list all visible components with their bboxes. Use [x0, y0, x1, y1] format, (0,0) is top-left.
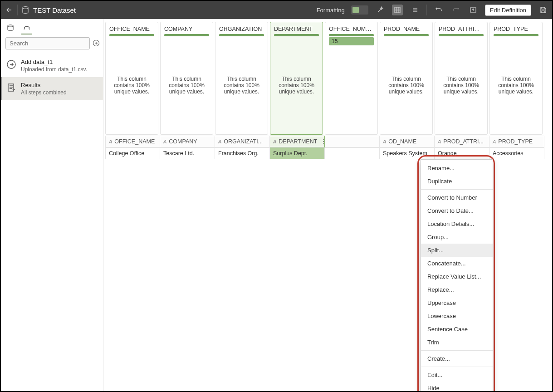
page-title: TEST Dataset [33, 6, 76, 14]
column-name: COMPANY [161, 22, 213, 34]
formatting-toggle[interactable] [351, 5, 368, 15]
column-summary: This column contains 100% unique values. [380, 36, 432, 134]
data-tab-icon[interactable] [6, 24, 15, 32]
svg-rect-1 [395, 7, 400, 13]
table-cell[interactable]: Orange [435, 147, 489, 159]
menu-separator [421, 367, 493, 367]
header-label: PROD_ATTRI... [443, 138, 484, 145]
context-menu-item[interactable]: Location Details... [421, 217, 493, 230]
column-context-menu: Rename...DuplicateConvert to NumberConve… [421, 159, 493, 391]
column-name: PROD_ATTRIBU... [435, 22, 487, 34]
table-cell[interactable]: Accessories [489, 147, 544, 159]
column-card[interactable]: DEPARTMENTThis column contains 100% uniq… [270, 22, 323, 135]
table-cell[interactable]: Franchises Org. [215, 147, 270, 159]
type-indicator-icon: A [493, 139, 496, 144]
step-add-data[interactable]: Add data_t1 Uploaded from data_t1.csv. [1, 54, 103, 77]
context-menu-item[interactable]: Hide [421, 382, 493, 391]
type-indicator-icon: A [438, 139, 441, 144]
type-indicator-icon: A [383, 139, 386, 144]
menu-separator [421, 189, 493, 190]
context-menu-item[interactable]: Replace Value List... [421, 270, 493, 283]
type-indicator-icon: A [163, 139, 166, 144]
table-header-cell[interactable]: AOFFICE_NAME [105, 136, 160, 147]
column-name: DEPARTMENT [270, 22, 323, 34]
save-icon[interactable] [538, 5, 548, 15]
undo-icon[interactable] [433, 5, 444, 15]
svg-point-3 [8, 25, 13, 27]
context-menu-item[interactable]: Replace... [421, 283, 493, 296]
prepare-tab-icon[interactable] [23, 24, 31, 32]
column-card[interactable]: PROD_NAMEThis column contains 100% uniqu… [380, 22, 433, 135]
grid-view-icon[interactable] [392, 5, 403, 15]
table-header-cell[interactable]: ADEPARTMENT⋮ [270, 136, 325, 147]
column-menu-button[interactable]: ⋮ [319, 138, 325, 145]
column-name: PROD_TYPE [490, 22, 542, 34]
context-menu-item[interactable]: Trim [421, 336, 493, 349]
table-header-cell[interactable] [325, 136, 380, 147]
table-header-cell[interactable]: APROD_ATTRI... [435, 136, 489, 147]
context-menu-item[interactable]: Concatenate... [421, 257, 493, 270]
edit-definition-button[interactable]: Edit Definition [485, 5, 531, 16]
context-menu-item[interactable]: Group... [421, 230, 493, 244]
table-header-cell[interactable]: AOD_NAME [380, 136, 435, 147]
context-menu-item[interactable]: Uppercase [421, 296, 493, 309]
type-indicator-icon: A [109, 139, 112, 144]
redo-icon[interactable] [450, 5, 461, 15]
magic-wand-icon[interactable] [375, 5, 386, 15]
column-card[interactable]: OFFICE_NUMBER15 [325, 22, 378, 135]
export-icon[interactable] [468, 5, 479, 15]
table-cell[interactable] [325, 147, 380, 159]
context-menu-item[interactable]: Sentence Case [421, 323, 493, 336]
menu-separator [421, 350, 493, 351]
context-menu-item[interactable]: Duplicate [421, 175, 493, 188]
header-label: OD_NAME [388, 138, 416, 145]
list-view-icon[interactable] [409, 5, 420, 15]
column-card[interactable]: PROD_TYPEThis column contains 100% uniqu… [489, 22, 543, 135]
context-menu-item[interactable]: Create... [421, 352, 493, 365]
svg-rect-6 [8, 84, 14, 91]
context-menu-item[interactable]: Convert to Number [421, 191, 493, 204]
context-menu-item[interactable]: Edit... [421, 368, 493, 382]
add-step-icon[interactable] [93, 39, 100, 48]
search-input[interactable] [5, 37, 90, 49]
column-card[interactable]: OFFICE_NAMEThis column contains 100% uni… [105, 22, 158, 135]
header-label: ORGANIZATI... [224, 138, 263, 145]
back-button[interactable] [5, 5, 14, 15]
column-summary: This column contains 100% unique values. [490, 36, 542, 134]
column-name: OFFICE_NUMBER [325, 22, 377, 34]
context-menu-item[interactable]: Split... [421, 244, 493, 257]
step-results[interactable]: Results All steps combined [1, 77, 103, 100]
column-card[interactable]: PROD_ATTRIBU...This column contains 100%… [435, 22, 488, 135]
step-subtitle: Uploaded from data_t1.csv. [21, 66, 87, 73]
column-name: ORGANIZATION [215, 22, 268, 34]
header-label: PROD_TYPE [498, 138, 533, 145]
context-menu-item[interactable]: Rename... [421, 162, 493, 175]
type-indicator-icon: A [273, 139, 276, 144]
context-menu-item[interactable]: Convert to Date... [421, 204, 493, 217]
header-label: COMPANY [169, 138, 197, 145]
table-header-cell[interactable]: ACOMPANY [160, 136, 215, 147]
results-icon [6, 83, 16, 93]
columns-panel: OFFICE_NAMEThis column contains 100% uni… [103, 19, 552, 391]
column-summary: This column contains 100% unique values. [270, 36, 323, 134]
column-card[interactable]: ORGANIZATIONThis column contains 100% un… [215, 22, 268, 135]
table-cell[interactable]: Tescare Ltd. [160, 147, 215, 159]
table-cell[interactable]: College Office [105, 147, 160, 159]
context-menu-item[interactable]: Lowercase [421, 309, 493, 323]
type-indicator-icon: A [218, 139, 221, 144]
column-card[interactable]: COMPANYThis column contains 100% unique … [160, 22, 213, 135]
table-cell[interactable]: Speakers System [380, 147, 435, 159]
svg-point-0 [23, 7, 28, 9]
sidebar: Add data_t1 Uploaded from data_t1.csv. R… [1, 19, 103, 391]
table-header-cell[interactable]: AORGANIZATI... [215, 136, 270, 147]
arrow-circle-icon [6, 59, 16, 69]
step-title: Results [21, 82, 67, 88]
header-label: DEPARTMENT [279, 138, 317, 145]
top-toolbar: TEST Dataset Formatting Edit Definition [1, 1, 552, 19]
table-cell[interactable]: Surplus Dept. [270, 147, 325, 159]
column-badge: 15 [329, 37, 374, 45]
table-header-cell[interactable]: APROD_TYPE [489, 136, 544, 147]
header-label: OFFICE_NAME [114, 138, 155, 145]
formatting-label: Formatting [317, 7, 345, 14]
column-quality-bar [329, 34, 374, 36]
